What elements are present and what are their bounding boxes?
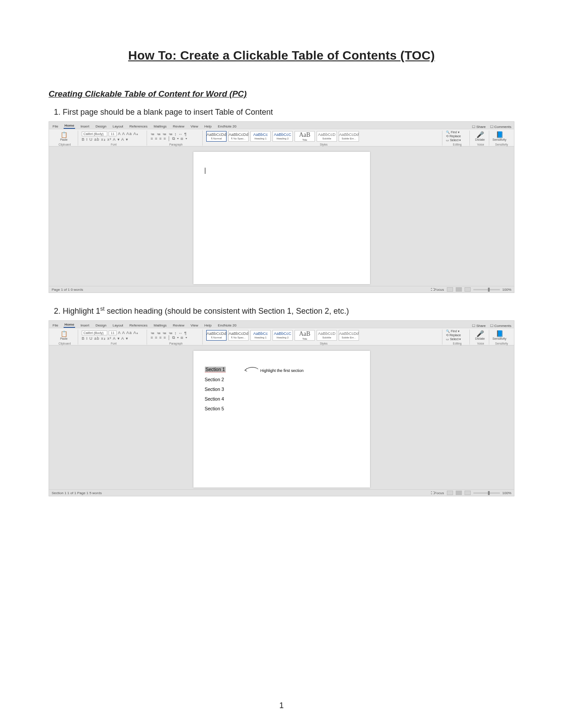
word-tabbar: File Home Insert Design Layout Reference… xyxy=(49,122,514,129)
focus-mode-icon[interactable]: ⛶Focus xyxy=(431,288,444,292)
step-2: Highlight 1st section heading (should be… xyxy=(63,305,514,317)
style-subtitle-2[interactable]: AaBbCcDSubtitle xyxy=(317,330,337,341)
tab-view-2[interactable]: View xyxy=(190,323,199,328)
tab-design[interactable]: Design xyxy=(94,124,107,129)
paste-icon[interactable]: 📋 xyxy=(53,131,75,138)
ribbon-clipboard-2: 📋 Paste Clipboard xyxy=(52,330,78,345)
callout-highlight: Highlight the first section xyxy=(243,366,304,375)
view-read-icon[interactable] xyxy=(447,287,453,292)
select-button-2[interactable]: ▭ Select ▾ xyxy=(446,338,467,341)
tab-references-2[interactable]: References xyxy=(128,323,148,328)
font-name-2[interactable]: Calibri (Body) xyxy=(82,330,107,335)
ribbon-editing-2: 🔍 Find ▾ ⟲ Replace ▭ Select ▾ Editing xyxy=(445,330,470,345)
view-print-icon[interactable] xyxy=(456,287,462,292)
font-size-2[interactable]: 11 xyxy=(109,330,117,335)
style-heading2-2[interactable]: AaBbCcCHeading 2 xyxy=(272,330,293,341)
style-subtitle[interactable]: AaBbCcDSubtitle xyxy=(317,131,337,142)
callout-text: Highlight the first section xyxy=(261,368,304,373)
style-normal-2[interactable]: AaBbCcDd¶ Normal xyxy=(206,330,227,341)
zoom-slider[interactable] xyxy=(473,289,500,290)
section-4[interactable]: Section 4 xyxy=(205,396,359,402)
section-5[interactable]: Section 5 xyxy=(205,406,359,411)
section-1-highlighted[interactable]: Section 1 xyxy=(205,367,226,372)
style-heading2[interactable]: AaBbCcCHeading 2 xyxy=(272,131,293,142)
word-tabbar-2: File Home Insert Design Layout Reference… xyxy=(49,321,514,328)
style-subtleem[interactable]: AaBbCcDdSubtle Em... xyxy=(339,131,359,142)
tab-insert-2[interactable]: Insert xyxy=(79,323,90,328)
step-1: First page should be a blank page to ins… xyxy=(63,107,514,118)
zoom-slider-2[interactable] xyxy=(473,492,500,494)
doc-title: How To: Create a Clickable Table of Cont… xyxy=(49,49,514,63)
view-read-icon-2[interactable] xyxy=(447,491,453,495)
tab-insert[interactable]: Insert xyxy=(79,124,90,129)
find-button-2[interactable]: 🔍 Find ▾ xyxy=(446,330,467,333)
view-web-icon-2[interactable] xyxy=(465,491,471,495)
page-number: 1 xyxy=(0,701,563,710)
tab-references[interactable]: References xyxy=(128,124,148,129)
comments-button-2[interactable]: ☐ Comments xyxy=(490,324,511,328)
zoom-value[interactable]: 100% xyxy=(503,288,511,292)
tab-review-2[interactable]: Review xyxy=(172,323,185,328)
screenshot-1: File Home Insert Design Layout Reference… xyxy=(49,121,514,293)
style-title-2[interactable]: AaBTitle xyxy=(295,330,315,341)
tab-review[interactable]: Review xyxy=(172,124,185,129)
ribbon-styles: AaBbCcDd¶ Normal AaBbCcDd¶ No Spac... Aa… xyxy=(205,131,442,146)
section-2[interactable]: Section 2 xyxy=(205,377,359,382)
dictate-icon[interactable]: 🎤 xyxy=(476,131,484,138)
share-button-2[interactable]: ☐ Share xyxy=(472,324,486,328)
tab-mailings[interactable]: Mailings xyxy=(153,124,167,129)
tab-view[interactable]: View xyxy=(190,124,199,129)
select-button[interactable]: ▭ Select ▾ xyxy=(446,139,467,142)
sensitivity-icon-2[interactable]: 📘 xyxy=(496,330,503,337)
ribbon-paragraph: ≔ ≔ ≔ ≔ ↕ ↔ ¶ ≡ ≡ ≡ ≡ │ ⧉ ▾ ⊞ ▾ Paragrap… xyxy=(150,131,203,146)
font-glyphs-top[interactable]: A A Aa Aₒ xyxy=(118,131,139,136)
view-print-icon-2[interactable] xyxy=(456,491,462,495)
tab-file[interactable]: File xyxy=(52,124,59,129)
word-doc-area-2: Section 1 Section 2 Section 3 Section 4 … xyxy=(49,345,514,489)
share-button[interactable]: ☐ Share xyxy=(472,125,486,129)
tab-help-2[interactable]: Help xyxy=(204,323,212,328)
tab-endnote[interactable]: EndNote 20 xyxy=(217,124,237,129)
style-nospacing-2[interactable]: AaBbCcDd¶ No Spac... xyxy=(228,330,249,341)
word-page-sections[interactable]: Section 1 Section 2 Section 3 Section 4 … xyxy=(193,351,370,488)
style-heading1[interactable]: AaBbCcHeading 1 xyxy=(250,131,271,142)
font-glyphs-bot[interactable]: B I U ab x₂ x² A ▾ A ▾ xyxy=(82,137,144,142)
para-glyphs-bot[interactable]: ≡ ≡ ≡ ≡ │ ⧉ ▾ ⊞ ▾ xyxy=(151,136,200,141)
tab-endnote-2[interactable]: EndNote 20 xyxy=(217,323,237,328)
zoom-value-2[interactable]: 100% xyxy=(503,491,511,495)
callout-arrow-icon xyxy=(243,366,259,375)
replace-button-2[interactable]: ⟲ Replace xyxy=(446,334,467,337)
text-cursor-icon xyxy=(205,168,205,174)
subhead: Creating Clickable Table of Content for … xyxy=(49,89,514,99)
style-normal[interactable]: AaBbCcDd¶ Normal xyxy=(206,131,227,142)
ribbon-styles-2: AaBbCcDd¶ Normal AaBbCcDd¶ No Spac... Aa… xyxy=(205,330,442,345)
tab-file-2[interactable]: File xyxy=(52,323,59,328)
view-web-icon[interactable] xyxy=(465,287,471,292)
comments-button[interactable]: ☐ Comments xyxy=(490,125,511,129)
tab-home-2[interactable]: Home xyxy=(64,322,75,328)
ribbon-sensitivity: 📘 Sensitivity Sensitivity xyxy=(492,131,511,146)
dictate-icon-2[interactable]: 🎤 xyxy=(476,330,484,337)
focus-mode-icon-2[interactable]: ⛶Focus xyxy=(431,491,444,495)
replace-button[interactable]: ⟲ Replace xyxy=(446,135,467,138)
sensitivity-icon[interactable]: 📘 xyxy=(496,131,503,138)
tab-layout[interactable]: Layout xyxy=(112,124,124,129)
word-page-blank[interactable] xyxy=(193,152,370,284)
font-name[interactable]: Calibri (Body) xyxy=(82,131,107,136)
font-size[interactable]: 11 xyxy=(109,131,117,136)
tab-mailings-2[interactable]: Mailings xyxy=(153,323,167,328)
tab-layout-2[interactable]: Layout xyxy=(112,323,124,328)
tab-design-2[interactable]: Design xyxy=(94,323,107,328)
paste-label: Paste xyxy=(53,138,75,141)
style-subtleem-2[interactable]: AaBbCcDdSubtle Em... xyxy=(339,330,359,341)
style-title[interactable]: AaBTitle xyxy=(295,131,315,142)
section-3[interactable]: Section 3 xyxy=(205,387,359,392)
paste-icon-2[interactable]: 📋 xyxy=(53,330,75,337)
find-button[interactable]: 🔍 Find ▾ xyxy=(446,131,467,134)
style-heading1-2[interactable]: AaBbCcHeading 1 xyxy=(250,330,271,341)
tab-help[interactable]: Help xyxy=(204,124,212,129)
style-nospacing[interactable]: AaBbCcDd¶ No Spac... xyxy=(228,131,249,142)
tab-home[interactable]: Home xyxy=(64,123,75,129)
para-glyphs-top[interactable]: ≔ ≔ ≔ ≔ ↕ ↔ ¶ xyxy=(151,132,200,136)
ribbon-paragraph-2: ≔ ≔ ≔ ≔ ↕ ↔ ¶ ≡ ≡ ≡ ≡ │ ⧉ ▾ ⊞ ▾ Paragrap… xyxy=(150,330,203,345)
